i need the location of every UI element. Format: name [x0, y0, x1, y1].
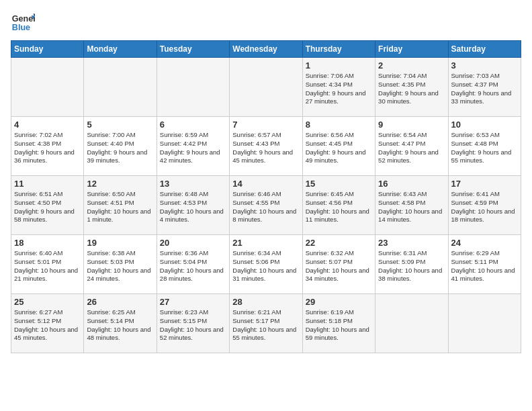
calendar-cell: 2Sunrise: 7:04 AM Sunset: 4:35 PM Daylig…: [375, 58, 448, 117]
day-number: 1: [306, 60, 372, 71]
day-number: 22: [306, 238, 372, 248]
calendar-cell: [230, 58, 302, 117]
weekday-sunday: Sunday: [11, 41, 84, 58]
day-number: 5: [87, 120, 153, 130]
calendar-cell: 16Sunrise: 6:43 AM Sunset: 4:58 PM Dayli…: [375, 176, 448, 235]
day-info: Sunrise: 6:41 AM Sunset: 4:59 PM Dayligh…: [451, 190, 518, 224]
day-number: 7: [232, 120, 299, 130]
day-info: Sunrise: 7:00 AM Sunset: 4:40 PM Dayligh…: [87, 131, 153, 165]
calendar-cell: 6Sunrise: 6:59 AM Sunset: 4:42 PM Daylig…: [157, 117, 229, 176]
day-number: 29: [306, 297, 372, 307]
calendar-cell: 13Sunrise: 6:48 AM Sunset: 4:53 PM Dayli…: [157, 176, 229, 235]
calendar-cell: 23Sunrise: 6:31 AM Sunset: 5:09 PM Dayli…: [375, 235, 448, 294]
day-info: Sunrise: 6:19 AM Sunset: 5:18 PM Dayligh…: [306, 308, 372, 342]
day-number: 21: [232, 238, 299, 248]
calendar-cell: 5Sunrise: 7:00 AM Sunset: 4:40 PM Daylig…: [84, 117, 157, 176]
calendar-cell: 27Sunrise: 6:23 AM Sunset: 5:15 PM Dayli…: [157, 294, 229, 353]
day-info: Sunrise: 6:23 AM Sunset: 5:15 PM Dayligh…: [160, 308, 226, 342]
day-number: 28: [232, 297, 299, 307]
calendar-cell: 19Sunrise: 6:38 AM Sunset: 5:03 PM Dayli…: [84, 235, 157, 294]
calendar-cell: [448, 294, 521, 353]
weekday-tuesday: Tuesday: [157, 41, 229, 58]
logo-icon: General Blue: [11, 11, 35, 35]
day-number: 11: [14, 179, 81, 189]
calendar-cell: 12Sunrise: 6:50 AM Sunset: 4:51 PM Dayli…: [84, 176, 157, 235]
day-info: Sunrise: 7:04 AM Sunset: 4:35 PM Dayligh…: [378, 72, 445, 106]
day-info: Sunrise: 6:38 AM Sunset: 5:03 PM Dayligh…: [87, 249, 153, 283]
calendar-cell: 10Sunrise: 6:53 AM Sunset: 4:48 PM Dayli…: [448, 117, 521, 176]
day-number: 23: [378, 238, 445, 248]
day-number: 25: [14, 297, 81, 307]
day-info: Sunrise: 6:25 AM Sunset: 5:14 PM Dayligh…: [87, 308, 153, 342]
calendar-cell: 25Sunrise: 6:27 AM Sunset: 5:12 PM Dayli…: [11, 294, 84, 353]
calendar-body: 1Sunrise: 7:06 AM Sunset: 4:34 PM Daylig…: [11, 58, 521, 353]
day-number: 13: [160, 179, 226, 189]
day-number: 15: [306, 179, 372, 189]
weekday-wednesday: Wednesday: [230, 41, 302, 58]
header: General Blue: [11, 11, 521, 35]
weekday-header-row: SundayMondayTuesdayWednesdayThursdayFrid…: [11, 41, 521, 58]
calendar-cell: 21Sunrise: 6:34 AM Sunset: 5:06 PM Dayli…: [230, 235, 302, 294]
day-info: Sunrise: 6:54 AM Sunset: 4:47 PM Dayligh…: [378, 131, 445, 165]
day-info: Sunrise: 6:57 AM Sunset: 4:43 PM Dayligh…: [232, 131, 299, 165]
calendar-cell: 7Sunrise: 6:57 AM Sunset: 4:43 PM Daylig…: [230, 117, 302, 176]
day-number: 9: [378, 120, 445, 130]
calendar-cell: [84, 58, 157, 117]
day-info: Sunrise: 6:43 AM Sunset: 4:58 PM Dayligh…: [378, 190, 445, 224]
day-number: 14: [232, 179, 299, 189]
week-row-4: 18Sunrise: 6:40 AM Sunset: 5:01 PM Dayli…: [11, 235, 521, 294]
day-info: Sunrise: 6:40 AM Sunset: 5:01 PM Dayligh…: [14, 249, 81, 283]
svg-text:Blue: Blue: [12, 23, 30, 32]
day-number: 27: [160, 297, 226, 307]
calendar-cell: 4Sunrise: 7:02 AM Sunset: 4:38 PM Daylig…: [11, 117, 84, 176]
day-info: Sunrise: 6:29 AM Sunset: 5:11 PM Dayligh…: [451, 249, 518, 283]
week-row-3: 11Sunrise: 6:51 AM Sunset: 4:50 PM Dayli…: [11, 176, 521, 235]
day-info: Sunrise: 7:03 AM Sunset: 4:37 PM Dayligh…: [451, 72, 518, 106]
calendar-cell: 8Sunrise: 6:56 AM Sunset: 4:45 PM Daylig…: [302, 117, 375, 176]
calendar-cell: [157, 58, 229, 117]
calendar-cell: 18Sunrise: 6:40 AM Sunset: 5:01 PM Dayli…: [11, 235, 84, 294]
weekday-saturday: Saturday: [448, 41, 521, 58]
calendar-cell: [11, 58, 84, 117]
calendar-cell: 28Sunrise: 6:21 AM Sunset: 5:17 PM Dayli…: [230, 294, 302, 353]
day-number: 18: [14, 238, 81, 248]
day-number: 2: [378, 60, 445, 71]
day-info: Sunrise: 6:46 AM Sunset: 4:55 PM Dayligh…: [232, 190, 299, 224]
day-info: Sunrise: 6:32 AM Sunset: 5:07 PM Dayligh…: [306, 249, 372, 283]
day-info: Sunrise: 6:50 AM Sunset: 4:51 PM Dayligh…: [87, 190, 153, 224]
calendar-cell: 26Sunrise: 6:25 AM Sunset: 5:14 PM Dayli…: [84, 294, 157, 353]
calendar-cell: 20Sunrise: 6:36 AM Sunset: 5:04 PM Dayli…: [157, 235, 229, 294]
calendar-table: SundayMondayTuesdayWednesdayThursdayFrid…: [11, 40, 521, 353]
calendar-cell: 3Sunrise: 7:03 AM Sunset: 4:37 PM Daylig…: [448, 58, 521, 117]
week-row-1: 1Sunrise: 7:06 AM Sunset: 4:34 PM Daylig…: [11, 58, 521, 117]
calendar-cell: 24Sunrise: 6:29 AM Sunset: 5:11 PM Dayli…: [448, 235, 521, 294]
day-number: 3: [451, 60, 518, 71]
calendar-cell: 1Sunrise: 7:06 AM Sunset: 4:34 PM Daylig…: [302, 58, 375, 117]
calendar-cell: 15Sunrise: 6:45 AM Sunset: 4:56 PM Dayli…: [302, 176, 375, 235]
logo: General Blue: [11, 11, 38, 35]
day-info: Sunrise: 6:45 AM Sunset: 4:56 PM Dayligh…: [306, 190, 372, 224]
day-info: Sunrise: 6:21 AM Sunset: 5:17 PM Dayligh…: [232, 308, 299, 342]
calendar-cell: 14Sunrise: 6:46 AM Sunset: 4:55 PM Dayli…: [230, 176, 302, 235]
calendar-cell: [375, 294, 448, 353]
day-info: Sunrise: 7:06 AM Sunset: 4:34 PM Dayligh…: [306, 72, 372, 106]
day-number: 24: [451, 238, 518, 248]
day-info: Sunrise: 6:53 AM Sunset: 4:48 PM Dayligh…: [451, 131, 518, 165]
day-info: Sunrise: 6:31 AM Sunset: 5:09 PM Dayligh…: [378, 249, 445, 283]
weekday-friday: Friday: [375, 41, 448, 58]
day-number: 4: [14, 120, 81, 130]
calendar-cell: 22Sunrise: 6:32 AM Sunset: 5:07 PM Dayli…: [302, 235, 375, 294]
calendar-header: SundayMondayTuesdayWednesdayThursdayFrid…: [11, 41, 521, 58]
day-info: Sunrise: 6:34 AM Sunset: 5:06 PM Dayligh…: [232, 249, 299, 283]
day-info: Sunrise: 6:56 AM Sunset: 4:45 PM Dayligh…: [306, 131, 372, 165]
day-info: Sunrise: 6:48 AM Sunset: 4:53 PM Dayligh…: [160, 190, 226, 224]
day-number: 12: [87, 179, 153, 189]
calendar-cell: 9Sunrise: 6:54 AM Sunset: 4:47 PM Daylig…: [375, 117, 448, 176]
week-row-2: 4Sunrise: 7:02 AM Sunset: 4:38 PM Daylig…: [11, 117, 521, 176]
day-number: 6: [160, 120, 226, 130]
day-number: 17: [451, 179, 518, 189]
day-info: Sunrise: 6:36 AM Sunset: 5:04 PM Dayligh…: [160, 249, 226, 283]
calendar-cell: 11Sunrise: 6:51 AM Sunset: 4:50 PM Dayli…: [11, 176, 84, 235]
day-number: 10: [451, 120, 518, 130]
day-number: 8: [306, 120, 372, 130]
